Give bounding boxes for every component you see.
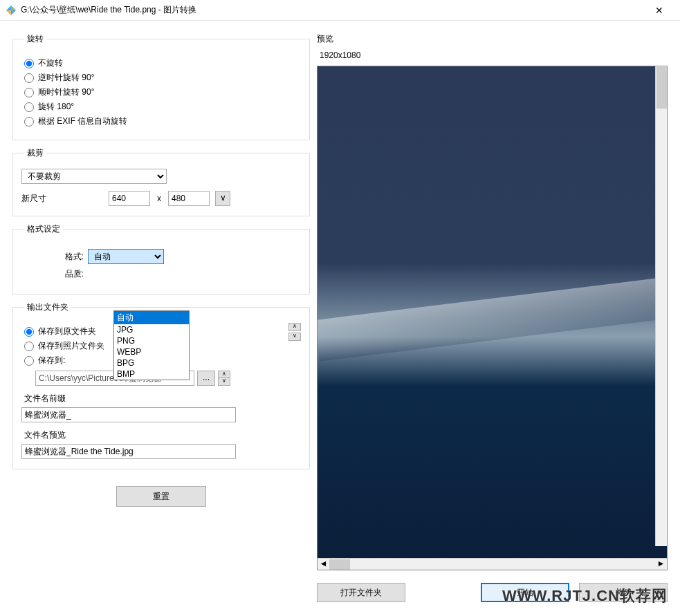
crop-legend: 裁剪 bbox=[24, 147, 46, 159]
preview-label: 预览 bbox=[317, 33, 668, 45]
rotate-option-none[interactable]: 不旋转 bbox=[24, 57, 301, 69]
scrollbar-thumb[interactable] bbox=[656, 67, 667, 109]
x-separator: x bbox=[157, 194, 161, 203]
titlebar: G:\公众号\壁纸\we\Ride the Tide.png - 图片转换 ✕ bbox=[0, 0, 680, 21]
output-order-spinner[interactable]: ∧ ∨ bbox=[288, 323, 301, 341]
rotate-group: 旋转 不旋转 逆时针旋转 90° 顺时针旋转 90° 旋转 180° 根据 EX… bbox=[12, 33, 310, 140]
output-legend: 输出文件夹 bbox=[24, 301, 71, 313]
format-option-jpg[interactable]: JPG bbox=[114, 324, 189, 335]
spin-up-icon[interactable]: ∧ bbox=[288, 323, 301, 331]
quality-label: 品质: bbox=[56, 268, 84, 280]
reset-button[interactable]: 重置 bbox=[116, 486, 206, 507]
scrollbar-thumb[interactable] bbox=[329, 559, 350, 570]
newsize-label: 新尺寸 bbox=[21, 193, 56, 205]
format-select[interactable]: 自动 bbox=[88, 249, 164, 264]
vertical-scrollbar[interactable] bbox=[655, 66, 667, 546]
crop-group: 裁剪 不要裁剪 新尺寸 x ∨ bbox=[12, 147, 310, 216]
format-option-webp[interactable]: WEBP bbox=[114, 346, 189, 357]
format-option-png[interactable]: PNG bbox=[114, 335, 189, 346]
app-icon bbox=[6, 5, 17, 16]
rotate-option-cw90[interactable]: 顺时针旋转 90° bbox=[24, 86, 301, 98]
preview-box: ◄ ► bbox=[317, 66, 668, 570]
filename-preview-label: 文件名预览 bbox=[24, 429, 301, 441]
rotate-legend: 旋转 bbox=[24, 33, 46, 45]
browse-button[interactable]: ... bbox=[197, 371, 215, 386]
preview-dimensions: 1920x1080 bbox=[320, 50, 668, 60]
close-button[interactable]: ✕ bbox=[643, 5, 674, 16]
rotate-option-exif[interactable]: 根据 EXIF 信息自动旋转 bbox=[24, 115, 301, 127]
prefix-label: 文件名前缀 bbox=[24, 393, 301, 404]
prefix-input[interactable] bbox=[21, 407, 236, 422]
size-dropdown-button[interactable]: ∨ bbox=[215, 191, 230, 206]
spin-down-icon[interactable]: ∨ bbox=[288, 333, 301, 341]
format-option-bpg[interactable]: BPG bbox=[114, 357, 189, 368]
crop-mode-select[interactable]: 不要裁剪 bbox=[21, 169, 167, 184]
window-title: G:\公众号\壁纸\we\Ride the Tide.png - 图片转换 bbox=[21, 4, 643, 16]
spin-down-icon[interactable]: ∨ bbox=[218, 378, 230, 386]
scroll-left-icon[interactable]: ◄ bbox=[318, 559, 329, 570]
height-input[interactable] bbox=[168, 191, 210, 206]
format-group: 格式设定 格式: 自动 品质: bbox=[12, 223, 310, 295]
rotate-option-180[interactable]: 旋转 180° bbox=[24, 101, 301, 113]
svg-marker-2 bbox=[6, 10, 11, 15]
start-button[interactable]: 开始 bbox=[481, 583, 569, 602]
format-option-bmp[interactable]: BMP bbox=[114, 368, 189, 380]
format-dropdown-list[interactable]: 自动 JPG PNG WEBP BPG BMP bbox=[113, 310, 190, 380]
format-option-auto[interactable]: 自动 bbox=[114, 311, 189, 324]
close-button[interactable]: 关闭 bbox=[579, 583, 668, 602]
scroll-right-icon[interactable]: ► bbox=[655, 559, 667, 570]
format-label: 格式: bbox=[56, 251, 84, 263]
width-input[interactable] bbox=[109, 191, 150, 206]
open-folder-button[interactable]: 打开文件夹 bbox=[317, 583, 405, 602]
horizontal-scrollbar[interactable]: ◄ ► bbox=[318, 558, 667, 570]
svg-marker-1 bbox=[11, 6, 16, 10]
filename-preview-input bbox=[21, 444, 236, 459]
format-legend: 格式设定 bbox=[24, 223, 63, 235]
path-spinner[interactable]: ∧ ∨ bbox=[218, 371, 230, 386]
preview-image bbox=[318, 66, 667, 558]
rotate-option-ccw90[interactable]: 逆时针旋转 90° bbox=[24, 72, 301, 84]
